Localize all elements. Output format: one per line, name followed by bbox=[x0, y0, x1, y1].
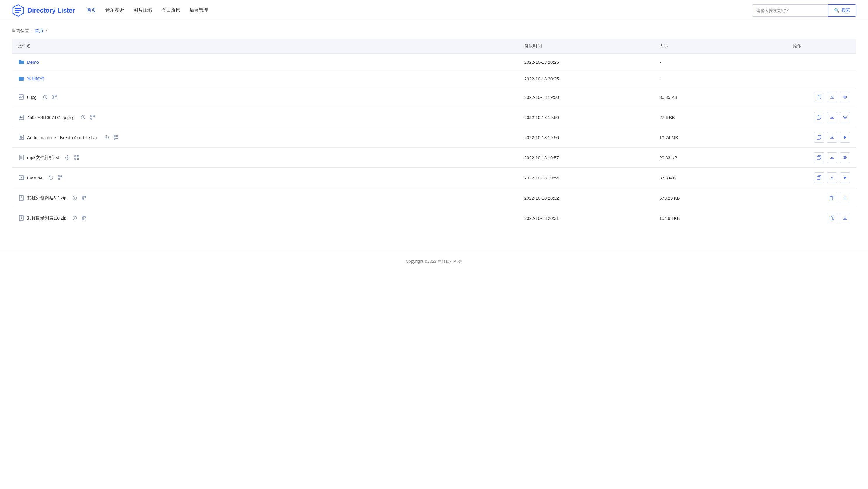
info-icon-row8[interactable] bbox=[71, 214, 79, 222]
meta-icons-row7 bbox=[71, 194, 88, 202]
action-copy-row6[interactable] bbox=[814, 172, 825, 183]
table-header-row: 文件名 修改时间 大小 操作 bbox=[12, 38, 856, 54]
svg-rect-12 bbox=[56, 95, 56, 96]
svg-rect-54 bbox=[117, 139, 117, 139]
action-preview-row2[interactable] bbox=[840, 92, 850, 102]
svg-point-123 bbox=[74, 217, 75, 218]
svg-rect-113 bbox=[85, 199, 85, 200]
svg-rect-53 bbox=[117, 138, 118, 139]
svg-rect-18 bbox=[56, 98, 57, 99]
info-icon-row7[interactable] bbox=[71, 194, 79, 202]
file-icon-row6 bbox=[18, 174, 25, 181]
qr-icon-row6[interactable] bbox=[56, 174, 64, 181]
file-name-row1[interactable]: 常用软件 bbox=[27, 76, 45, 82]
svg-rect-39 bbox=[817, 116, 820, 119]
svg-rect-90 bbox=[59, 179, 59, 179]
table-row: Audio machine - Breath And Life.flac 202… bbox=[12, 127, 856, 148]
qr-icon-row7[interactable] bbox=[80, 194, 88, 202]
nav-admin[interactable]: 后台管理 bbox=[189, 7, 208, 13]
action-download-row2[interactable] bbox=[827, 92, 837, 102]
action-copy-row5[interactable] bbox=[814, 152, 825, 163]
meta-icons-row4 bbox=[103, 134, 120, 141]
breadcrumb-home[interactable]: 首页 bbox=[35, 28, 43, 33]
info-icon-row2[interactable] bbox=[41, 93, 49, 101]
file-icon-row4 bbox=[18, 134, 25, 141]
svg-rect-130 bbox=[85, 219, 85, 219]
action-copy-row8[interactable] bbox=[827, 213, 837, 223]
info-icon-row3[interactable] bbox=[80, 113, 87, 121]
search-button[interactable]: 🔍 搜索 bbox=[828, 4, 856, 17]
svg-point-41 bbox=[844, 117, 845, 118]
action-download-row4[interactable] bbox=[827, 132, 837, 143]
action-copy-row7[interactable] bbox=[827, 193, 837, 203]
file-icon-row5 bbox=[18, 154, 25, 161]
svg-rect-88 bbox=[61, 176, 62, 177]
action-play-row4[interactable] bbox=[840, 132, 850, 143]
search-icon: 🔍 bbox=[834, 8, 840, 13]
svg-rect-52 bbox=[117, 138, 117, 139]
nav-hot[interactable]: 今日热榜 bbox=[161, 7, 180, 13]
size-row1: - bbox=[653, 70, 738, 87]
svg-rect-72 bbox=[78, 158, 78, 159]
action-preview-row5[interactable] bbox=[840, 152, 850, 163]
svg-rect-120 bbox=[21, 218, 22, 219]
meta-icons-row5 bbox=[64, 154, 81, 161]
action-buttons-row2 bbox=[744, 92, 850, 102]
info-icon-row4[interactable] bbox=[103, 134, 111, 141]
modified-row6: 2022-10-18 19:54 bbox=[519, 168, 654, 188]
action-copy-row2[interactable] bbox=[814, 92, 825, 102]
svg-rect-114 bbox=[86, 199, 86, 200]
action-copy-row4[interactable] bbox=[814, 132, 825, 143]
svg-marker-81 bbox=[21, 177, 23, 179]
file-icon-row8 bbox=[18, 214, 25, 222]
info-icon-row5[interactable] bbox=[64, 154, 71, 161]
qr-icon-row2[interactable] bbox=[51, 93, 58, 101]
search-input[interactable] bbox=[752, 4, 828, 17]
svg-point-104 bbox=[74, 197, 75, 197]
action-download-row8[interactable] bbox=[840, 213, 850, 223]
action-preview-row3[interactable] bbox=[840, 112, 850, 122]
svg-rect-73 bbox=[78, 158, 79, 159]
table-row: 彩虹外链网盘5.2.zip 2022-10-18 20:32 673.23 KB bbox=[12, 188, 856, 208]
svg-rect-15 bbox=[55, 97, 56, 98]
action-download-row6[interactable] bbox=[827, 172, 837, 183]
file-icon-row1 bbox=[18, 75, 25, 82]
svg-rect-96 bbox=[817, 176, 820, 180]
qr-icon-row8[interactable] bbox=[80, 214, 88, 222]
action-copy-row3[interactable] bbox=[814, 112, 825, 122]
svg-rect-20 bbox=[817, 96, 820, 99]
qr-icon-row5[interactable] bbox=[73, 154, 81, 161]
action-buttons-row8 bbox=[744, 213, 850, 223]
size-row8: 154.98 KB bbox=[653, 208, 738, 228]
nav-music[interactable]: 音乐搜索 bbox=[105, 7, 124, 13]
svg-point-8 bbox=[45, 96, 45, 96]
action-download-row5[interactable] bbox=[827, 152, 837, 163]
breadcrumb-prefix: 当前位置： bbox=[12, 28, 34, 33]
file-name-row4: Audio machine - Breath And Life.flac bbox=[27, 135, 98, 140]
logo[interactable]: Directory Lister bbox=[12, 4, 75, 17]
nav-home[interactable]: 首页 bbox=[87, 7, 96, 13]
svg-rect-49 bbox=[117, 136, 117, 137]
qr-icon-row4[interactable] bbox=[112, 134, 120, 141]
col-header-modified: 修改时间 bbox=[519, 38, 654, 54]
nav-image[interactable]: 图片压缩 bbox=[133, 7, 152, 13]
svg-rect-17 bbox=[55, 98, 56, 99]
action-play-row6[interactable] bbox=[840, 172, 850, 183]
info-icon-row6[interactable] bbox=[47, 174, 55, 181]
svg-rect-71 bbox=[75, 159, 76, 159]
svg-rect-1 bbox=[15, 8, 21, 9]
svg-rect-93 bbox=[61, 179, 61, 180]
action-download-row3[interactable] bbox=[827, 112, 837, 122]
action-download-row7[interactable] bbox=[840, 193, 850, 203]
svg-rect-2 bbox=[15, 10, 21, 11]
qr-icon-row3[interactable] bbox=[89, 113, 96, 121]
file-name-row0[interactable]: Demo bbox=[27, 60, 39, 65]
action-buttons-row5 bbox=[744, 152, 850, 163]
file-name-row7: 彩虹外链网盘5.2.zip bbox=[27, 195, 66, 201]
svg-point-79 bbox=[844, 157, 845, 158]
svg-rect-135 bbox=[830, 217, 833, 220]
svg-rect-91 bbox=[61, 178, 61, 179]
svg-rect-16 bbox=[56, 97, 57, 98]
modified-row3: 2022-10-18 19:50 bbox=[519, 107, 654, 127]
svg-point-22 bbox=[844, 96, 845, 97]
